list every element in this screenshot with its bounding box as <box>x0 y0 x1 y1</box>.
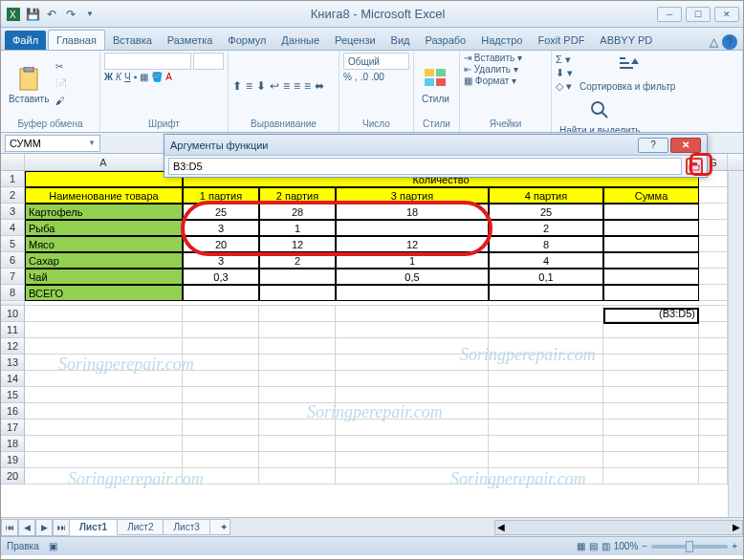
cell[interactable] <box>603 220 699 236</box>
row-header[interactable]: 6 <box>1 252 25 269</box>
vertical-scrollbar[interactable] <box>728 171 743 517</box>
find-button[interactable]: Найти и выделить <box>556 97 644 133</box>
cell[interactable]: 18 <box>336 204 489 220</box>
minimize-button[interactable]: ─ <box>657 7 682 22</box>
cell[interactable] <box>259 269 336 285</box>
cell[interactable] <box>183 371 259 387</box>
cell[interactable] <box>603 436 699 452</box>
cell[interactable] <box>489 468 603 485</box>
cell[interactable]: Картофель <box>25 204 183 220</box>
horizontal-scrollbar[interactable]: ◀▶ <box>494 520 743 535</box>
cell[interactable]: 4 <box>489 252 603 269</box>
row-header[interactable]: 2 <box>1 187 25 204</box>
fill-icon[interactable]: ⬇ ▾ <box>556 67 573 79</box>
cell[interactable]: 2 партия <box>259 187 336 204</box>
fontcolor-button[interactable]: A <box>165 72 172 82</box>
align-mid-icon[interactable]: ≡ <box>246 79 252 93</box>
cell[interactable]: 25 <box>489 204 603 220</box>
cell[interactable] <box>183 420 259 436</box>
tab-view[interactable]: Вид <box>383 31 418 50</box>
cell[interactable]: 3 <box>183 220 259 236</box>
cell[interactable] <box>489 452 603 468</box>
autosum-icon[interactable]: Σ ▾ <box>556 54 573 66</box>
cell[interactable] <box>259 306 336 322</box>
wrap-icon[interactable]: ↩ <box>270 79 279 93</box>
cell[interactable] <box>183 468 259 485</box>
cell[interactable] <box>603 420 699 436</box>
cell[interactable] <box>259 403 336 420</box>
underline-button[interactable]: Ч <box>124 72 131 82</box>
range-input[interactable] <box>168 158 682 175</box>
comma-icon[interactable]: , <box>355 72 358 82</box>
cell[interactable] <box>336 355 489 371</box>
italic-button[interactable]: К <box>116 72 121 82</box>
cell[interactable]: 28 <box>259 204 336 220</box>
row-header[interactable]: 20 <box>1 468 25 485</box>
align-bot-icon[interactable]: ⬇ <box>256 79 266 93</box>
fillcolor-button[interactable]: 🪣 <box>151 72 163 82</box>
cell[interactable] <box>699 420 728 436</box>
cell[interactable] <box>336 285 489 301</box>
cell[interactable] <box>699 252 728 269</box>
expand-dialog-button[interactable] <box>686 158 703 175</box>
cell-formula-preview[interactable]: (B3:D5) <box>603 306 699 322</box>
cell[interactable] <box>336 220 489 236</box>
cell[interactable] <box>25 338 183 355</box>
cell[interactable] <box>336 468 489 485</box>
format-cells-button[interactable]: ▦ Формат ▾ <box>464 75 516 86</box>
cell[interactable] <box>603 452 699 468</box>
new-sheet-button[interactable]: ✦ <box>209 519 230 535</box>
tab-addin[interactable]: Надстро <box>473 31 530 50</box>
cell[interactable] <box>603 252 699 269</box>
cell[interactable] <box>183 452 259 468</box>
row-header[interactable]: 14 <box>1 371 25 387</box>
cell[interactable] <box>259 436 336 452</box>
row-header[interactable]: 11 <box>1 322 25 338</box>
cut-icon[interactable]: ✂ <box>55 61 71 76</box>
cell[interactable] <box>336 322 489 338</box>
copy-icon[interactable]: 📄 <box>55 78 71 94</box>
cell[interactable]: 12 <box>336 236 489 252</box>
cell[interactable] <box>259 355 336 371</box>
cell[interactable] <box>489 420 603 436</box>
row-header[interactable]: 17 <box>1 420 25 436</box>
cell[interactable] <box>699 468 728 485</box>
cell[interactable] <box>183 285 259 301</box>
cell[interactable] <box>183 387 259 403</box>
cell[interactable] <box>259 452 336 468</box>
cell[interactable] <box>336 436 489 452</box>
align-left-icon[interactable]: ≡ <box>283 79 290 93</box>
cell[interactable]: Сахар <box>25 252 183 269</box>
clear-icon[interactable]: ◇ ▾ <box>556 80 573 93</box>
cell[interactable]: 0,5 <box>336 269 489 285</box>
zoom-level[interactable]: 100% <box>614 541 639 551</box>
cell[interactable]: 12 <box>259 236 336 252</box>
cell[interactable] <box>699 204 728 220</box>
sheet-nav-last[interactable]: ⏭ <box>53 519 70 536</box>
cell[interactable] <box>699 355 728 371</box>
cell[interactable] <box>603 285 699 301</box>
cell[interactable]: 8 <box>489 236 603 252</box>
cell[interactable] <box>603 468 699 485</box>
cell[interactable] <box>25 452 183 468</box>
save-icon[interactable]: 💾 <box>24 6 41 23</box>
collapse-ribbon-icon[interactable]: △ <box>710 35 718 49</box>
delete-cells-button[interactable]: ⇤ Удалить ▾ <box>464 64 518 75</box>
cell[interactable] <box>25 171 183 187</box>
cell[interactable] <box>259 468 336 485</box>
row-header[interactable]: 19 <box>1 452 25 468</box>
zoom-in-button[interactable]: + <box>732 541 737 551</box>
tab-data[interactable]: Данные <box>274 31 327 50</box>
cell[interactable] <box>489 436 603 452</box>
macro-record-icon[interactable]: ▣ <box>49 541 57 551</box>
cell[interactable] <box>336 306 489 322</box>
cell[interactable] <box>489 355 603 371</box>
align-center-icon[interactable]: ≡ <box>294 79 300 93</box>
tab-layout[interactable]: Разметка <box>160 31 221 50</box>
merge-icon[interactable]: ⬌ <box>315 79 324 93</box>
cell[interactable] <box>25 371 183 387</box>
cell[interactable] <box>603 236 699 252</box>
cell[interactable] <box>699 338 728 355</box>
cell[interactable] <box>699 220 728 236</box>
row-header[interactable]: 5 <box>1 236 25 252</box>
